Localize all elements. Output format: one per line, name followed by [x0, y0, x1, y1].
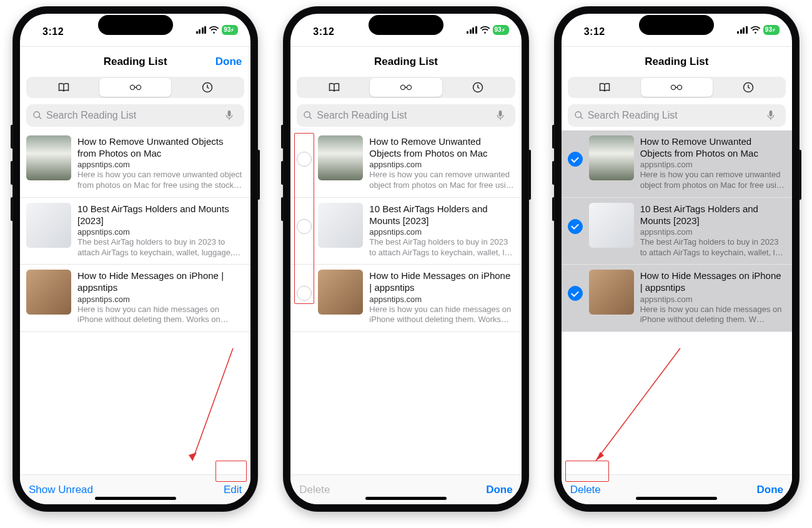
- list-item[interactable]: How to Hide Messages on iPhone | appsnti…: [562, 265, 792, 332]
- checkbox[interactable]: [297, 152, 312, 167]
- battery-icon: 93⚡︎: [222, 25, 238, 35]
- list-item[interactable]: How to Hide Messages on iPhone | appsnti…: [290, 265, 521, 332]
- done-button[interactable]: Done: [486, 484, 513, 496]
- item-desc: Here is how you can remove unwanted obje…: [640, 170, 786, 190]
- tab-bookmarks[interactable]: [298, 78, 370, 97]
- checkbox[interactable]: [297, 286, 312, 301]
- svg-point-11: [678, 85, 682, 89]
- item-domain: appsntips.com: [369, 160, 515, 169]
- cellular-icon: [737, 26, 748, 34]
- item-domain: appsntips.com: [640, 227, 786, 237]
- sheet-header: Reading List Done: [20, 47, 250, 77]
- item-domain: appsntips.com: [77, 295, 244, 304]
- thumbnail: [26, 135, 71, 180]
- tab-reading-list[interactable]: [99, 78, 171, 97]
- status-time: 3:12: [42, 26, 64, 37]
- thumbnail: [26, 203, 71, 248]
- show-unread-button[interactable]: Show Unread: [29, 484, 93, 496]
- dynamic-island: [369, 15, 443, 35]
- tab-history[interactable]: [442, 78, 514, 97]
- svg-point-6: [400, 85, 405, 89]
- list-item[interactable]: 10 Best AirTags Holders and Mounts [2023…: [20, 198, 250, 265]
- book-icon: [57, 81, 70, 94]
- svg-point-0: [130, 85, 134, 89]
- list-item[interactable]: 10 Best AirTags Holders and Mounts [2023…: [562, 198, 792, 265]
- glasses-icon: [400, 81, 412, 94]
- list-item[interactable]: How to Remove Unwanted Objects from Phot…: [290, 130, 521, 198]
- home-indicator[interactable]: [636, 497, 717, 500]
- battery-icon: 93⚡︎: [763, 25, 780, 35]
- battery-icon: 93⚡︎: [493, 25, 509, 35]
- tab-bookmarks[interactable]: [27, 78, 99, 97]
- glasses-icon: [129, 81, 142, 94]
- list-item[interactable]: 10 Best AirTags Holders and Mounts [2023…: [290, 198, 521, 265]
- item-domain: appsntips.com: [640, 295, 786, 304]
- thumbnail: [318, 135, 363, 180]
- page-title: Reading List: [104, 56, 167, 68]
- item-title: 10 Best AirTags Holders and Mounts [2023…: [369, 203, 515, 227]
- search-icon: [303, 110, 313, 120]
- clock-icon: [472, 81, 484, 94]
- item-desc: The best AirTag holders to buy in 2023 t…: [369, 237, 515, 258]
- dynamic-island: [639, 15, 714, 35]
- search-field[interactable]: Search Reading List: [297, 104, 515, 127]
- item-desc: The best AirTag holders to buy in 2023 t…: [77, 237, 244, 258]
- thumbnail: [589, 270, 634, 315]
- thumbnail: [26, 270, 71, 315]
- tab-reading-list[interactable]: [370, 78, 442, 97]
- checkbox-checked[interactable]: [568, 219, 583, 234]
- svg-point-10: [671, 85, 676, 89]
- delete-button[interactable]: Delete: [570, 484, 601, 496]
- search-placeholder: Search Reading List: [317, 110, 495, 121]
- item-desc: Here is how you can hide messages on iPh…: [640, 305, 786, 325]
- done-button[interactable]: Done: [756, 484, 783, 496]
- list-item[interactable]: How to Remove Unwanted Objects from Phot…: [20, 130, 250, 198]
- search-field[interactable]: Search Reading List: [26, 104, 244, 127]
- item-title: How to Remove Unwanted Objects from Phot…: [369, 135, 515, 159]
- item-domain: appsntips.com: [369, 227, 515, 237]
- wifi-icon: [209, 26, 219, 34]
- tab-history[interactable]: [171, 78, 243, 97]
- tab-history[interactable]: [713, 78, 785, 97]
- item-title: 10 Best AirTags Holders and Mounts [2023…: [77, 203, 244, 227]
- home-indicator[interactable]: [365, 497, 447, 500]
- item-domain: appsntips.com: [77, 160, 244, 169]
- checkbox-checked[interactable]: [568, 152, 583, 167]
- page-title: Reading List: [374, 56, 438, 68]
- search-field[interactable]: Search Reading List: [568, 104, 786, 127]
- mic-icon[interactable]: [495, 110, 505, 120]
- phone-frame-2: 3:12 93⚡︎ Reading List Search Reading Li…: [283, 6, 528, 512]
- tab-bookmarks[interactable]: [569, 78, 641, 97]
- cellular-icon: [467, 26, 477, 34]
- book-icon: [328, 81, 340, 94]
- checkbox[interactable]: [297, 219, 312, 234]
- search-placeholder: Search Reading List: [46, 110, 224, 121]
- item-desc: Here is how you can hide messages on iPh…: [369, 305, 515, 325]
- tab-reading-list[interactable]: [641, 78, 713, 97]
- edit-button[interactable]: Edit: [224, 484, 242, 496]
- sheet-header: Reading List: [562, 47, 792, 77]
- item-title: How to Hide Messages on iPhone | appsnti…: [77, 270, 244, 293]
- glasses-icon: [670, 81, 683, 94]
- checkbox-checked[interactable]: [568, 286, 583, 301]
- done-button[interactable]: Done: [215, 56, 242, 68]
- home-indicator[interactable]: [95, 497, 176, 500]
- wifi-icon: [480, 26, 490, 34]
- search-placeholder: Search Reading List: [588, 110, 766, 121]
- mic-icon[interactable]: [766, 110, 776, 120]
- svg-point-7: [407, 85, 411, 89]
- list-item[interactable]: How to Remove Unwanted Objects from Phot…: [562, 130, 792, 198]
- item-desc: Here is how you can remove unwanted obje…: [77, 170, 244, 190]
- thumbnail: [589, 203, 634, 248]
- list-item[interactable]: How to Hide Messages on iPhone | appsnti…: [20, 265, 250, 332]
- sheet-header: Reading List: [290, 47, 521, 77]
- mic-icon[interactable]: [224, 110, 234, 120]
- segmented-control[interactable]: [297, 77, 515, 98]
- thumbnail: [318, 203, 363, 248]
- item-title: 10 Best AirTags Holders and Mounts [2023…: [640, 203, 786, 227]
- segmented-control[interactable]: [568, 77, 786, 98]
- segmented-control[interactable]: [26, 77, 244, 98]
- delete-button-disabled: Delete: [299, 484, 330, 496]
- item-title: How to Remove Unwanted Objects from Phot…: [640, 135, 786, 159]
- book-icon: [598, 81, 611, 94]
